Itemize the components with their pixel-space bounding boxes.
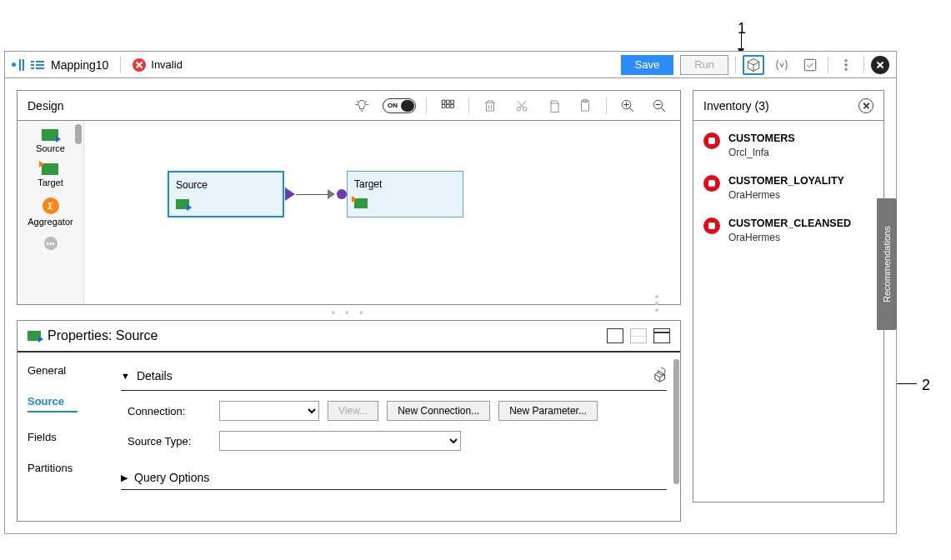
close-button[interactable] bbox=[871, 56, 889, 74]
inventory-item-connection: OraHermes bbox=[728, 232, 851, 243]
svg-point-3 bbox=[845, 68, 847, 70]
svg-rect-7 bbox=[442, 104, 445, 108]
zoom-in-icon[interactable] bbox=[617, 96, 638, 116]
section-label: Query Options bbox=[134, 471, 209, 484]
target-node[interactable]: Target bbox=[347, 171, 463, 218]
close-inventory-button[interactable] bbox=[858, 98, 873, 113]
palette-scrollbar[interactable] bbox=[75, 124, 82, 144]
recommendations-tab[interactable]: Recommendations bbox=[877, 198, 897, 330]
properties-title: Properties: Source bbox=[48, 328, 158, 343]
source-type-label: Source Type: bbox=[128, 435, 211, 448]
more-menu-button[interactable] bbox=[835, 55, 857, 75]
tab-fields[interactable]: Fields bbox=[28, 431, 108, 443]
new-connection-button[interactable]: New Connection... bbox=[387, 401, 490, 421]
arrow-icon bbox=[328, 189, 335, 199]
aggregator-icon: Σ bbox=[43, 198, 59, 214]
zoom-out-icon[interactable] bbox=[648, 96, 670, 116]
recommendations-icon[interactable] bbox=[650, 366, 667, 385]
target-icon bbox=[354, 198, 368, 208]
inventory-panel: Inventory (3) CUSTOMERS Orcl_Infa bbox=[693, 90, 884, 502]
source-type-select[interactable] bbox=[219, 431, 461, 451]
connection-label: Connection: bbox=[128, 405, 211, 418]
source-node[interactable]: Source bbox=[168, 171, 284, 218]
details-section-header[interactable]: ▼ Details bbox=[121, 361, 667, 391]
separator bbox=[828, 57, 828, 73]
inventory-item[interactable]: CUSTOMERS Orcl_Infa bbox=[703, 132, 873, 158]
connection-row: Connection: View... New Connection... Ne… bbox=[121, 391, 667, 421]
input-port[interactable] bbox=[337, 189, 347, 199]
arrow-icon bbox=[741, 33, 742, 52]
copy-icon[interactable] bbox=[543, 96, 564, 116]
properties-scrollbar[interactable] bbox=[673, 359, 679, 484]
palette-more[interactable]: ••• bbox=[44, 233, 58, 253]
inventory-item-connection: OraHermes bbox=[728, 189, 844, 201]
oracle-icon bbox=[703, 132, 720, 149]
layout-split-button[interactable] bbox=[630, 328, 647, 343]
palette-target[interactable]: Target bbox=[38, 160, 63, 191]
view-button[interactable]: View... bbox=[328, 401, 378, 421]
paste-icon[interactable] bbox=[574, 96, 596, 116]
layout-minimize-button[interactable] bbox=[607, 328, 623, 343]
svg-rect-6 bbox=[451, 100, 454, 103]
svg-rect-0 bbox=[804, 59, 816, 71]
svg-rect-9 bbox=[451, 104, 454, 108]
svg-rect-4 bbox=[442, 100, 445, 103]
inventory-item-name: CUSTOMER_CLEANSED bbox=[728, 218, 851, 229]
run-button[interactable]: Run bbox=[680, 55, 728, 75]
vertical-resize-handle[interactable] bbox=[655, 295, 658, 312]
source-icon bbox=[28, 331, 41, 341]
tab-source[interactable]: Source bbox=[28, 395, 78, 412]
hints-toggle[interactable]: ON bbox=[383, 98, 416, 113]
caret-right-icon: ▶ bbox=[121, 472, 128, 483]
validate-button[interactable] bbox=[799, 55, 821, 75]
output-port[interactable] bbox=[285, 188, 295, 201]
palette-aggregator[interactable]: Σ Aggregator bbox=[28, 194, 73, 230]
mapping-canvas[interactable]: Source Target bbox=[84, 121, 680, 304]
palette-label: Aggregator bbox=[28, 217, 73, 227]
annotation-2: 2 bbox=[922, 377, 930, 394]
inventory-item-name: CUSTOMER_LOYALITY bbox=[728, 175, 844, 187]
inventory-toggle-button[interactable] bbox=[743, 55, 764, 75]
design-header: Design ON bbox=[18, 91, 680, 121]
new-parameter-button[interactable]: New Parameter... bbox=[498, 401, 598, 421]
inventory-item[interactable]: CUSTOMER_LOYALITY OraHermes bbox=[703, 175, 873, 201]
target-icon bbox=[42, 163, 58, 175]
separator bbox=[426, 98, 427, 114]
tab-partitions[interactable]: Partitions bbox=[28, 462, 108, 474]
separator bbox=[863, 57, 864, 73]
inventory-item-connection: Orcl_Infa bbox=[728, 147, 795, 158]
svg-rect-5 bbox=[447, 100, 450, 103]
separator bbox=[606, 98, 607, 114]
palette-label: Source bbox=[36, 143, 65, 153]
oracle-icon bbox=[703, 175, 720, 192]
node-title: Target bbox=[354, 178, 456, 190]
inventory-header: Inventory (3) bbox=[693, 91, 883, 121]
properties-content: ▼ Details Connection: View... New Connec… bbox=[118, 352, 680, 521]
save-button[interactable]: Save bbox=[621, 55, 674, 75]
oracle-icon bbox=[703, 218, 720, 234]
tab-general[interactable]: General bbox=[28, 364, 108, 377]
section-label: Details bbox=[137, 369, 173, 382]
palette-source[interactable]: Source bbox=[36, 126, 65, 157]
more-icon: ••• bbox=[44, 237, 58, 250]
arrange-icon[interactable] bbox=[437, 96, 458, 116]
properties-tabs: General Source Fields Partitions bbox=[18, 352, 118, 521]
delete-icon[interactable] bbox=[479, 96, 501, 116]
inventory-item[interactable]: CUSTOMER_CLEANSED OraHermes bbox=[703, 218, 873, 243]
connection-select[interactable] bbox=[219, 401, 319, 421]
properties-header: Properties: Source bbox=[18, 321, 680, 352]
svg-rect-8 bbox=[447, 104, 450, 108]
inventory-title: Inventory (3) bbox=[703, 99, 769, 112]
titlebar: Mapping10 Invalid Save Run bbox=[5, 52, 896, 78]
hints-icon[interactable] bbox=[351, 96, 373, 116]
caret-down-icon: ▼ bbox=[121, 371, 130, 381]
horizontal-resize-handle[interactable]: • • • bbox=[17, 305, 681, 320]
cut-icon[interactable] bbox=[511, 96, 533, 116]
parameters-button[interactable] bbox=[771, 55, 793, 75]
source-type-row: Source Type: bbox=[121, 421, 667, 451]
layout-maximize-button[interactable] bbox=[653, 328, 670, 343]
query-options-section-header[interactable]: ▶ Query Options bbox=[121, 466, 667, 490]
nav-handle-icon[interactable] bbox=[12, 59, 21, 71]
error-icon bbox=[133, 58, 146, 72]
node-title: Source bbox=[176, 179, 276, 191]
